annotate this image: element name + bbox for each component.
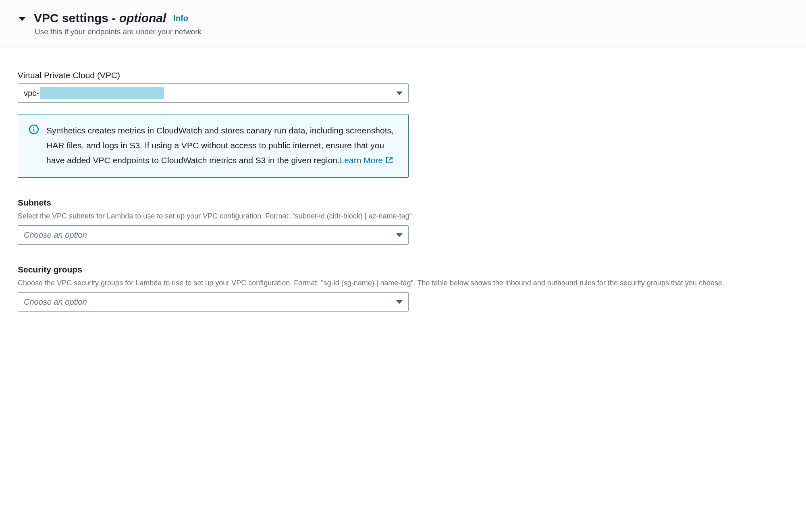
security-groups-select[interactable]: Choose an option — [18, 292, 409, 312]
subnets-description: Select the VPC subnets for Lambda to use… — [18, 211, 788, 221]
external-link-icon — [385, 154, 393, 169]
chevron-down-icon — [396, 233, 403, 237]
section-title-main: VPC settings — [34, 11, 108, 25]
collapse-caret-icon[interactable] — [19, 17, 26, 21]
security-groups-placeholder: Choose an option — [24, 297, 87, 307]
subnets-label: Subnets — [18, 198, 788, 208]
vpc-select[interactable]: vpc- — [18, 83, 409, 103]
learn-more-link[interactable]: Learn More — [340, 156, 383, 165]
security-groups-description: Choose the VPC security groups for Lambd… — [18, 278, 788, 288]
subnets-field: Subnets Select the VPC subnets for Lambd… — [18, 198, 788, 245]
security-groups-label: Security groups — [18, 265, 788, 274]
redacted-vpc-id — [40, 87, 164, 99]
vpc-label: Virtual Private Cloud (VPC) — [18, 71, 788, 80]
vpc-info-alert: Synthetics creates metrics in CloudWatch… — [18, 114, 409, 178]
vpc-value-prefix: vpc- — [24, 89, 39, 98]
info-link[interactable]: Info — [173, 14, 188, 23]
info-icon — [29, 124, 39, 135]
security-groups-field: Security groups Choose the VPC security … — [18, 265, 788, 312]
section-title-optional: - optional — [112, 11, 166, 25]
vpc-select-value: vpc- — [24, 87, 164, 99]
chevron-down-icon — [396, 91, 403, 95]
section-title: VPC settings - optional — [34, 11, 166, 25]
subnets-select[interactable]: Choose an option — [18, 225, 409, 245]
subnets-placeholder: Choose an option — [24, 231, 87, 240]
section-title-row[interactable]: VPC settings - optional Info — [19, 11, 787, 25]
chevron-down-icon — [396, 300, 403, 304]
alert-text: Synthetics creates metrics in CloudWatch… — [46, 123, 398, 168]
section-subtitle: Use this if your endpoints are under you… — [35, 27, 787, 36]
vpc-field: Virtual Private Cloud (VPC) vpc- — [18, 71, 788, 103]
content: Virtual Private Cloud (VPC) vpc- Synthet… — [0, 48, 806, 328]
section-header: VPC settings - optional Info Use this if… — [0, 0, 806, 48]
svg-point-2 — [33, 127, 34, 128]
